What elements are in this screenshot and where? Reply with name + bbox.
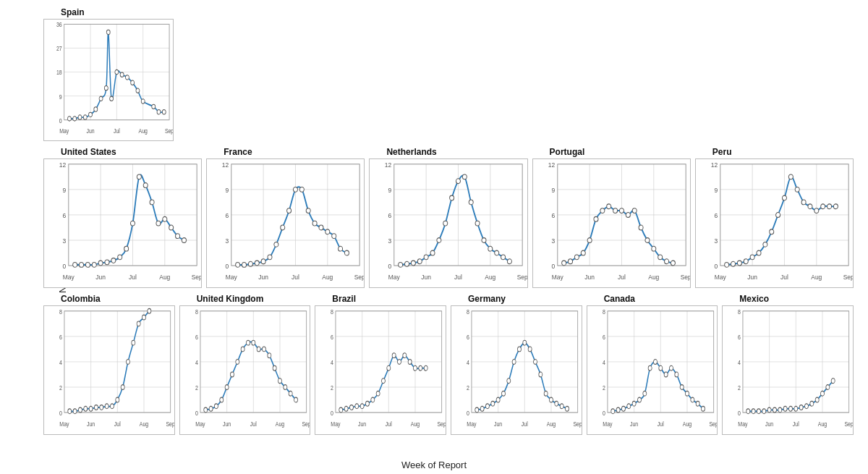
svg-point-113	[319, 225, 323, 230]
svg-text:0: 0	[467, 409, 469, 417]
svg-text:May: May	[226, 274, 237, 282]
svg-text:0: 0	[331, 409, 333, 417]
svg-text:4: 4	[331, 358, 333, 366]
svg-text:9: 9	[226, 186, 229, 194]
svg-point-299	[235, 360, 239, 365]
svg-text:May: May	[63, 274, 75, 282]
chart-title-netherlands: Netherlands	[369, 147, 527, 157]
svg-text:Jul: Jul	[793, 420, 799, 428]
svg-point-70	[130, 221, 135, 226]
chart-svg-brazil: 02468MayJunJulAugSep	[315, 306, 446, 434]
chart-brazil: Brazil02468MayJunJulAugSep	[315, 294, 446, 435]
svg-point-141	[412, 261, 416, 266]
svg-point-268	[132, 340, 135, 345]
chart-title-mexico: Mexico	[722, 294, 854, 304]
chart-row-1: Spain09182736MayJunJulAugSep	[43, 7, 854, 141]
svg-point-264	[110, 404, 114, 409]
svg-point-462	[821, 391, 825, 396]
svg-point-116	[339, 246, 343, 251]
svg-point-456	[789, 406, 793, 411]
svg-text:8: 8	[331, 308, 333, 316]
svg-text:Jul: Jul	[522, 420, 528, 428]
svg-text:Aug: Aug	[547, 420, 556, 428]
svg-point-377	[512, 360, 516, 365]
chart-svg-peru: 036912MayJunJulAugSep	[696, 159, 853, 287]
svg-point-379	[523, 340, 527, 345]
svg-point-425	[696, 401, 699, 406]
svg-text:Aug: Aug	[323, 274, 333, 282]
svg-text:Jun: Jun	[584, 274, 595, 282]
svg-text:Jun: Jun	[358, 420, 367, 428]
svg-text:Jun: Jun	[223, 420, 231, 428]
svg-point-234	[833, 204, 838, 209]
svg-text:6: 6	[331, 333, 333, 341]
svg-point-374	[496, 397, 500, 402]
svg-point-459	[805, 404, 809, 409]
svg-point-181	[581, 250, 585, 255]
svg-text:Sep: Sep	[843, 274, 853, 282]
svg-point-423	[685, 391, 689, 396]
svg-point-306	[273, 365, 276, 371]
svg-point-341	[387, 365, 391, 371]
chart-portugal: Portugal036912MayJunJulAugSep	[532, 147, 691, 288]
svg-point-463	[826, 385, 830, 390]
svg-point-69	[124, 246, 129, 251]
svg-text:Jun: Jun	[494, 420, 503, 428]
svg-point-458	[800, 405, 804, 410]
svg-point-454	[778, 407, 782, 412]
chart-germany: Germany02468MayJunJulAugSep	[451, 294, 582, 435]
svg-text:4: 4	[603, 358, 605, 366]
svg-text:6: 6	[738, 333, 741, 341]
svg-point-149	[463, 174, 467, 179]
svg-point-296	[219, 397, 223, 402]
svg-point-25	[89, 112, 93, 117]
svg-text:6: 6	[62, 212, 66, 220]
svg-text:2: 2	[195, 384, 198, 392]
svg-point-270	[142, 315, 146, 320]
svg-point-146	[443, 221, 448, 226]
svg-point-410	[616, 407, 620, 412]
svg-point-383	[544, 391, 548, 396]
svg-point-145	[437, 238, 441, 243]
svg-point-300	[241, 347, 244, 352]
svg-text:18: 18	[56, 69, 62, 77]
svg-point-28	[104, 85, 108, 90]
svg-point-426	[701, 406, 705, 411]
svg-point-22	[73, 117, 77, 121]
chart-area-canada: 02468MayJunJulAugSep	[587, 305, 718, 435]
svg-point-373	[491, 401, 495, 406]
chart-area-united-kingdom: 02468MayJunJulAugSep	[179, 305, 311, 435]
svg-point-153	[488, 246, 493, 251]
svg-point-340	[382, 378, 386, 384]
svg-text:27: 27	[56, 46, 62, 53]
svg-point-29	[106, 30, 110, 34]
svg-text:8: 8	[195, 308, 198, 316]
svg-point-309	[289, 391, 292, 396]
svg-point-65	[98, 261, 103, 266]
svg-point-229	[801, 200, 806, 205]
svg-point-310	[294, 397, 297, 402]
svg-point-336	[360, 404, 364, 409]
chart-title-canada: Canada	[587, 294, 718, 304]
svg-text:Jun: Jun	[95, 274, 106, 282]
svg-text:Jun: Jun	[86, 127, 94, 135]
svg-point-21	[67, 117, 71, 121]
svg-point-179	[568, 259, 572, 264]
svg-point-76	[169, 225, 174, 230]
svg-text:Sep: Sep	[165, 127, 173, 135]
svg-point-23	[78, 115, 82, 119]
svg-point-371	[480, 406, 484, 411]
chart-area-germany: 02468MayJunJulAugSep	[451, 305, 582, 435]
svg-point-259	[84, 406, 88, 411]
svg-point-386	[560, 404, 563, 409]
svg-text:Jul: Jul	[292, 274, 299, 282]
svg-text:3: 3	[551, 237, 555, 245]
chart-svg-canada: 02468MayJunJulAugSep	[587, 306, 718, 434]
chart-title-portugal: Portugal	[532, 147, 691, 157]
svg-text:Aug: Aug	[648, 274, 659, 282]
svg-point-219	[737, 261, 741, 266]
svg-text:9: 9	[62, 186, 66, 194]
svg-text:Aug: Aug	[818, 420, 827, 428]
svg-text:12: 12	[222, 161, 229, 169]
svg-point-221	[750, 255, 754, 260]
